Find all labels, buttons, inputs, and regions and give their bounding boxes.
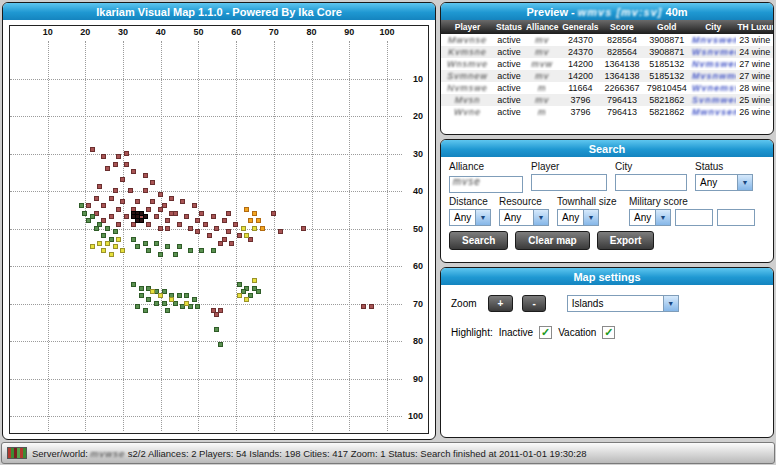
- city-marker[interactable]: [177, 244, 182, 249]
- column-header[interactable]: Status: [494, 20, 524, 34]
- column-header[interactable]: City: [690, 20, 736, 34]
- export-button[interactable]: Export: [597, 231, 655, 250]
- city-marker[interactable]: [177, 293, 182, 298]
- city-marker[interactable]: [116, 154, 121, 159]
- zoom-in-button[interactable]: +: [488, 295, 514, 312]
- city-marker[interactable]: [237, 293, 242, 298]
- city-marker[interactable]: [101, 248, 106, 253]
- city-marker[interactable]: [214, 226, 219, 231]
- table-row[interactable]: Mwvnseactivemv243708285643908871Mnvswemv…: [441, 34, 773, 46]
- city-marker[interactable]: [154, 301, 159, 306]
- table-row[interactable]: Kvmsneactivemv243708285643908871Wsnvmem2…: [441, 46, 773, 58]
- city-marker[interactable]: [86, 218, 91, 223]
- city-marker[interactable]: [158, 192, 163, 197]
- city-marker[interactable]: [248, 218, 253, 223]
- city-marker[interactable]: [109, 252, 114, 257]
- city-marker[interactable]: [116, 207, 121, 212]
- city-marker[interactable]: [188, 226, 193, 231]
- city-marker[interactable]: [173, 252, 178, 257]
- city-marker[interactable]: [199, 211, 204, 216]
- city-marker[interactable]: [214, 327, 219, 332]
- city-marker[interactable]: [195, 304, 200, 309]
- column-header[interactable]: Gold: [643, 20, 689, 34]
- city-marker[interactable]: [244, 297, 249, 302]
- city-marker[interactable]: [97, 184, 102, 189]
- city-marker[interactable]: [143, 214, 148, 219]
- city-marker[interactable]: [135, 304, 140, 309]
- city-marker[interactable]: [146, 207, 151, 212]
- city-marker[interactable]: [146, 222, 151, 227]
- city-marker[interactable]: [226, 229, 231, 234]
- city-marker[interactable]: [222, 218, 227, 223]
- city-marker[interactable]: [158, 293, 163, 298]
- city-marker[interactable]: [90, 147, 95, 152]
- city-marker[interactable]: [109, 214, 114, 219]
- table-row[interactable]: Mvsnactivemv37967964135821862Svnmwem25 w…: [441, 94, 773, 106]
- city-marker[interactable]: [252, 211, 257, 216]
- city-marker[interactable]: [105, 241, 110, 246]
- search-button[interactable]: Search: [449, 231, 508, 250]
- city-marker[interactable]: [113, 229, 118, 234]
- city-marker[interactable]: [222, 237, 227, 242]
- city-marker[interactable]: [79, 203, 84, 208]
- city-marker[interactable]: [229, 241, 234, 246]
- table-row[interactable]: Wvneactivem37967964135821862Mwnvsem26 wi…: [441, 106, 773, 118]
- city-marker[interactable]: [184, 293, 189, 298]
- column-header[interactable]: Score: [600, 20, 643, 34]
- city-marker[interactable]: [158, 226, 163, 231]
- city-marker[interactable]: [214, 312, 219, 317]
- city-marker[interactable]: [150, 180, 155, 185]
- city-marker[interactable]: [101, 154, 106, 159]
- column-header[interactable]: Alliance: [524, 20, 561, 34]
- city-marker[interactable]: [116, 237, 121, 242]
- city-marker[interactable]: [260, 226, 265, 231]
- city-marker[interactable]: [244, 207, 249, 212]
- city-marker[interactable]: [135, 218, 140, 223]
- zoom-out-button[interactable]: -: [522, 295, 545, 312]
- city-marker[interactable]: [169, 297, 174, 302]
- city-marker[interactable]: [131, 237, 136, 242]
- city-marker[interactable]: [109, 196, 114, 201]
- alliance-input[interactable]: [449, 176, 523, 193]
- table-row[interactable]: Nvmsweactivem11664226636779810454Wvnemsv…: [441, 82, 773, 94]
- city-marker[interactable]: [143, 188, 148, 193]
- city-marker[interactable]: [199, 248, 204, 253]
- city-marker[interactable]: [361, 304, 366, 309]
- city-marker[interactable]: [252, 278, 257, 283]
- city-marker[interactable]: [158, 252, 163, 257]
- city-marker[interactable]: [120, 199, 125, 204]
- city-marker[interactable]: [237, 233, 242, 238]
- city-marker[interactable]: [82, 211, 87, 216]
- column-header[interactable]: Player: [441, 20, 494, 34]
- city-marker[interactable]: [113, 188, 118, 193]
- city-marker[interactable]: [158, 207, 163, 212]
- city-marker[interactable]: [124, 151, 129, 156]
- city-marker[interactable]: [101, 233, 106, 238]
- vacation-checkbox[interactable]: ✓: [602, 326, 615, 339]
- city-marker[interactable]: [113, 162, 118, 167]
- city-marker[interactable]: [135, 199, 140, 204]
- city-marker[interactable]: [97, 241, 102, 246]
- clear-map-button[interactable]: Clear map: [515, 231, 589, 250]
- city-marker[interactable]: [211, 248, 216, 253]
- city-marker[interactable]: [195, 229, 200, 234]
- city-marker[interactable]: [135, 244, 140, 249]
- resource-select[interactable]: Any ▼: [499, 209, 549, 226]
- city-marker[interactable]: [154, 241, 159, 246]
- city-marker[interactable]: [244, 233, 249, 238]
- city-marker[interactable]: [90, 244, 95, 249]
- city-marker[interactable]: [146, 248, 151, 253]
- city-marker[interactable]: [252, 226, 257, 231]
- column-header[interactable]: Generals: [561, 20, 601, 34]
- player-input[interactable]: [531, 174, 607, 191]
- military-max-input[interactable]: [717, 209, 755, 226]
- city-marker[interactable]: [143, 173, 148, 178]
- city-marker[interactable]: [124, 162, 129, 167]
- city-marker[interactable]: [226, 211, 231, 216]
- city-marker[interactable]: [165, 226, 170, 231]
- city-marker[interactable]: [131, 282, 136, 287]
- city-marker[interactable]: [146, 297, 151, 302]
- city-marker[interactable]: [301, 226, 306, 231]
- city-input[interactable]: [615, 174, 687, 191]
- city-marker[interactable]: [256, 218, 261, 223]
